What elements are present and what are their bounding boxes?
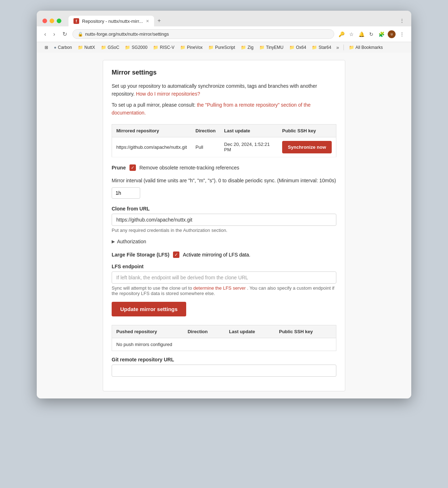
lfs-label: Large File Storage (LFS) (112, 252, 169, 258)
table-row: https://github.com/apache/nuttx.git Pull… (112, 137, 336, 157)
how-to-link[interactable]: How do I mirror repositories? (136, 91, 200, 97)
bookmark-tinyemu[interactable]: 📁 TinyEMU (257, 44, 286, 51)
prune-row: Prune ✓ Remove obsolete remote-tracking … (112, 164, 336, 171)
bookmark-ox64[interactable]: 📁 Ox64 (287, 44, 309, 51)
chrome-menu-icon[interactable]: ⋮ (398, 31, 406, 38)
bookmark-sg2000[interactable]: 📁 SG2000 (123, 44, 149, 51)
lfs-checkbox[interactable]: ✓ (173, 251, 179, 258)
lfs-row: Large File Storage (LFS) ✓ Activate mirr… (112, 251, 336, 258)
maximize-button[interactable] (57, 19, 61, 23)
push-col-repo: Pushed repository (112, 325, 183, 338)
clone-url-label: Clone from URL (112, 206, 336, 212)
folder-icon: 📁 (289, 45, 295, 50)
lfs-endpoint-input[interactable] (112, 271, 336, 284)
tab-title: Repository - nuttx/nuttx-mirr... (82, 19, 143, 24)
new-tab-button[interactable]: + (154, 15, 164, 26)
lock-icon: 🔒 (78, 32, 83, 37)
apps-grid-icon: ⊞ (45, 45, 48, 50)
folder-icon: 📁 (125, 45, 130, 50)
push-empty-text: No push mirrors configured (112, 338, 336, 351)
interval-group: Mirror interval (valid time units are "h… (112, 177, 336, 199)
mirror-repo-url: https://github.com/apache/nuttx.git (112, 137, 192, 157)
sync-icon[interactable]: ↻ (368, 31, 375, 38)
bookmark-purescript[interactable]: 📁 PureScript (206, 44, 237, 51)
prune-label: Prune (112, 165, 126, 171)
minimize-button[interactable] (50, 19, 54, 23)
push-col-last-update: Last update (225, 325, 275, 338)
forward-button[interactable]: › (51, 30, 57, 38)
push-col-ssh: Public SSH key (275, 325, 336, 338)
bookmark-zig[interactable]: 📁 Zig (239, 44, 256, 51)
active-tab[interactable]: f Repository - nuttx/nuttx-mirr... ✕ (68, 16, 154, 26)
back-button[interactable]: ‹ (42, 30, 48, 38)
lfs-text: Activate mirroring of LFS data. (183, 252, 250, 258)
address-bar-row: ‹ › ↻ 🔒 nuttx-forge.org/nuttx/nuttx-mirr… (37, 26, 411, 42)
prune-checkbox[interactable]: ✓ (129, 164, 136, 171)
page-title: Mirror settings (112, 69, 336, 76)
user-avatar[interactable]: u (388, 30, 396, 38)
bookmark-nuttx[interactable]: 📁 NuttX (76, 44, 97, 51)
extension-icon[interactable]: 🧩 (378, 31, 385, 38)
all-bookmarks-folder-icon: 📁 (349, 45, 354, 50)
authorization-toggle[interactable]: ▶ Authorization (112, 239, 336, 244)
page-content: Mirror settings Set up your repository t… (37, 53, 411, 398)
folder-icon: 📁 (208, 45, 214, 50)
traffic-lights (42, 19, 61, 23)
col-direction: Direction (191, 124, 220, 137)
col-public-ssh: Public SSH key (278, 124, 336, 137)
refresh-button[interactable]: ↻ (61, 30, 69, 38)
tab-favicon: f (73, 18, 79, 24)
bookmark-gsoc[interactable]: 📁 GSoC (99, 44, 122, 51)
address-text: nuttx-forge.org/nuttx/nuttx-mirror/setti… (85, 31, 169, 37)
mirror-settings-container: Mirror settings Set up your repository t… (103, 60, 345, 391)
description-text: Set up your repository to automatically … (112, 82, 336, 98)
bookmarks-separator (343, 45, 344, 50)
bookmark-star-icon[interactable]: ☆ (348, 31, 355, 38)
col-mirrored-repo: Mirrored repository (112, 124, 192, 137)
clone-url-input[interactable] (112, 214, 336, 226)
authorization-section: ▶ Authorization (112, 239, 336, 244)
browser-window: f Repository - nuttx/nuttx-mirr... ✕ + ⋮… (37, 11, 411, 398)
close-button[interactable] (42, 19, 47, 23)
more-options-icon[interactable]: ⋮ (398, 17, 406, 24)
all-bookmarks[interactable]: 📁 All Bookmarks (347, 44, 385, 51)
prune-text: Remove obsolete remote-tracking referenc… (139, 165, 239, 171)
more-bookmarks-button[interactable]: » (335, 44, 341, 51)
lfs-server-link[interactable]: determine the LFS server (193, 285, 246, 291)
lfs-hint-text: Sync will attempt to use the clone url t… (112, 285, 336, 296)
carbon-dot-icon: ● (54, 45, 56, 50)
col-last-update: Last update (220, 124, 278, 137)
bookmark-pinevox[interactable]: 📁 PineVox (178, 44, 205, 51)
bookmark-carbon[interactable]: ● Carbon (52, 44, 74, 51)
address-bar[interactable]: 🔒 nuttx-forge.org/nuttx/nuttx-mirror/set… (72, 29, 334, 39)
folder-icon: 📁 (78, 45, 83, 50)
git-remote-group: Git remote repository URL (112, 357, 336, 377)
interval-description: Mirror interval (valid time units are "h… (112, 177, 336, 184)
mirror-table: Mirrored repository Direction Last updat… (112, 124, 336, 157)
clone-url-hint: Put any required credentials in the Auth… (112, 228, 336, 233)
bookmark-riscv[interactable]: 📁 RISC-V (151, 44, 177, 51)
push-col-direction: Direction (183, 325, 225, 338)
tab-close-button[interactable]: ✕ (146, 19, 149, 24)
folder-icon: 📁 (241, 45, 246, 50)
password-icon[interactable]: 🔑 (338, 31, 345, 38)
synchronize-now-button[interactable]: Synchronize now (282, 141, 332, 153)
auth-arrow-icon: ▶ (112, 239, 115, 244)
toolbar-action-icons: 🔑 ☆ 🔔 ↻ 🧩 u ⋮ (338, 30, 406, 38)
push-mirror-table: Pushed repository Direction Last update … (112, 325, 336, 351)
title-bar: f Repository - nuttx/nuttx-mirr... ✕ + ⋮ (37, 11, 411, 26)
git-remote-input[interactable] (112, 365, 336, 377)
interval-input[interactable] (112, 187, 140, 199)
bookmark-star64[interactable]: 📁 Star64 (310, 44, 333, 51)
lfs-endpoint-label: LFS endpoint (112, 264, 336, 269)
folder-icon: 📁 (101, 45, 106, 50)
update-mirror-settings-button[interactable]: Update mirror settings (112, 302, 186, 316)
pull-mirror-notice: To set up a pull mirror, please consult:… (112, 101, 336, 117)
git-remote-label: Git remote repository URL (112, 357, 336, 362)
mirror-sync-cell: Synchronize now (278, 137, 336, 157)
notification-icon[interactable]: 🔔 (358, 31, 365, 38)
lfs-endpoint-group: LFS endpoint Sync will attempt to use th… (112, 264, 336, 296)
authorization-label: Authorization (117, 239, 146, 244)
tab-bar: f Repository - nuttx/nuttx-mirr... ✕ + (68, 15, 395, 26)
apps-bookmark[interactable]: ⊞ (42, 44, 50, 51)
